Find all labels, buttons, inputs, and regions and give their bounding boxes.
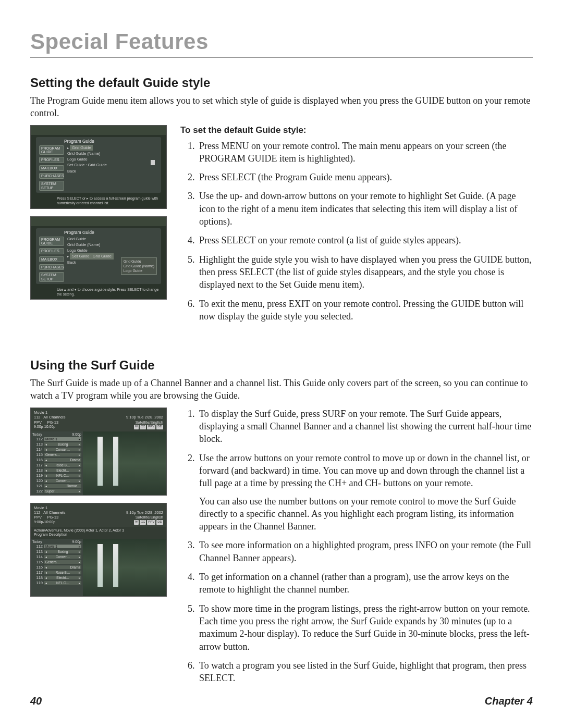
pointer-icon: ▸ xyxy=(67,254,69,259)
tv-video-area xyxy=(83,539,166,596)
arrow-right-icon: ▸ xyxy=(79,468,80,472)
arrow-right-icon: ▸ xyxy=(79,448,80,451)
arrow-right-icon: ▸ xyxy=(79,474,80,477)
arrow-right-icon: ▸ xyxy=(79,463,80,467)
time-range: 9:00p-10:00p xyxy=(34,425,55,429)
section-intro: The Surf Guide is made up of a Channel B… xyxy=(30,377,533,402)
row-ch: 118 xyxy=(32,468,43,473)
badge-row: ✉CCPPVDD xyxy=(134,520,163,525)
tab: PROGRAM GUIDE xyxy=(39,237,64,246)
row-ch: 119 xyxy=(32,581,43,585)
row-prog: ◂Concer…▸ xyxy=(44,448,81,451)
row-prog: Movie 1▸ xyxy=(44,437,81,441)
row-prog: ◂NFL C…▸ xyxy=(44,581,81,585)
row-ch: 119 xyxy=(32,473,43,478)
desc-line: Action/Adventure, Movie (2000) Actor 1, … xyxy=(34,528,163,533)
step: To display the Surf Guide, press SURF on… xyxy=(197,408,533,446)
arrow-right-icon: ▸ xyxy=(79,489,80,493)
arrow-left-icon: ◂ xyxy=(45,581,47,585)
ppv-icon: PPV xyxy=(147,425,155,429)
hint-text: Press SELECT or ▸ to access a full-scree… xyxy=(31,195,166,208)
arrow-right-icon: ▸ xyxy=(79,550,80,553)
rating: PG-13 xyxy=(47,420,58,425)
divider xyxy=(30,57,533,58)
page-footer: 40 Chapter 4 xyxy=(30,695,533,707)
col-today: Today xyxy=(32,540,42,544)
menu-item: Logo Guide xyxy=(67,248,158,253)
channel-banner: Movie 1 112 All Channels 9:10p Tue 2/28,… xyxy=(31,408,166,431)
tab: MAILBOX xyxy=(39,165,64,171)
arrow-left-icon: ◂ xyxy=(45,474,47,477)
dd-icon: DD xyxy=(156,425,163,429)
lang: Satellite/English xyxy=(136,420,163,425)
menu-item: Grid Guide (Name) xyxy=(67,151,158,156)
step: To exit the menu, press EXIT on your rem… xyxy=(197,298,533,323)
screenshot-surf-guide-1: Movie 1 112 All Channels 9:10p Tue 2/28,… xyxy=(30,408,167,496)
tab: PURCHASES xyxy=(39,264,64,270)
section-surf-guide: Using the Surf Guide The Surf Guide is m… xyxy=(30,358,533,690)
row-ch: 115 xyxy=(32,560,43,564)
desc-line: Program Description xyxy=(34,533,163,537)
row-prog: ◂Rumor… xyxy=(44,484,81,488)
row-prog: ◂Concer…▸ xyxy=(44,555,81,559)
panel-title: Program Guide xyxy=(39,139,158,144)
banner-title: Movie 1 xyxy=(34,505,163,510)
screenshot-program-guide-2: Program Guide PROGRAM GUIDE PROFILES MAI… xyxy=(30,216,167,300)
col-time: 9:00p xyxy=(72,540,81,544)
row-prog: Genera…▸ xyxy=(44,453,81,456)
row-prog: ◂Drama xyxy=(44,565,81,569)
row-prog: Movie 1▸ xyxy=(44,545,81,548)
step: To get information on a channel (rather … xyxy=(197,571,533,596)
row-prog: Genera…▸ xyxy=(44,560,81,564)
section-heading: Using the Surf Guide xyxy=(30,358,533,373)
arrow-left-icon: ◂ xyxy=(45,550,47,553)
section-heading: Setting the default Guide style xyxy=(30,76,533,90)
cc-icon: CC xyxy=(140,425,146,429)
step-extra: You can also use the number buttons on y… xyxy=(199,495,533,533)
menu-item: Back xyxy=(67,168,158,174)
step: Use the arrow buttons on your remote con… xyxy=(197,452,533,533)
col-today: Today xyxy=(32,433,42,436)
step: To watch a program you see listed in the… xyxy=(197,659,533,685)
row-ch: 114 xyxy=(32,447,43,452)
time-range: 9:00p-10:00p xyxy=(34,520,55,525)
cc-icon: CC xyxy=(140,520,146,525)
row-ch: 117 xyxy=(32,570,43,575)
arrow-left-icon: ◂ xyxy=(45,555,47,559)
row-ch: 112 xyxy=(32,437,43,441)
page-number: 40 xyxy=(30,695,42,707)
chapter-title: Special Features xyxy=(30,29,533,54)
arrow-right-icon: ▸ xyxy=(79,555,80,559)
row-ch: 122 xyxy=(32,489,43,493)
tab: PROFILES xyxy=(39,248,64,254)
popup-item: Grid Guide (Name) xyxy=(124,264,154,268)
arrow-right-icon: ▸ xyxy=(79,442,80,446)
row-prog: ◂Rose B…▸ xyxy=(44,571,81,574)
step: Press SELECT on your remote control (a l… xyxy=(197,234,533,246)
mail-icon: ✉ xyxy=(134,520,139,525)
section-intro: The Program Guide menu item allows you t… xyxy=(30,94,533,120)
tab: MAILBOX xyxy=(39,256,64,262)
arrow-left-icon: ◂ xyxy=(45,576,47,579)
pointer-icon: ▸ xyxy=(67,146,69,151)
row-ch: 112 xyxy=(32,544,43,549)
sub-heading: To set the default Guide style: xyxy=(180,125,533,135)
col-time: 9:00p xyxy=(72,433,81,436)
row-ch: 114 xyxy=(32,554,43,559)
hint-text: Use ▴ and ▾ to choose a guide style. Pre… xyxy=(31,286,166,300)
arrow-right-icon: ▸ xyxy=(79,576,80,579)
step: Use the up- and down-arrow buttons on yo… xyxy=(197,190,533,228)
row-prog: Super…▸ xyxy=(44,489,81,493)
menu-item: Set Guide : Grid Guide xyxy=(70,253,114,259)
channel-num: 112 xyxy=(34,415,41,419)
row-prog: ◂Concer…▸ xyxy=(44,479,81,483)
instructions-col: To display the Surf Guide, press SURF on… xyxy=(180,408,533,691)
dd-icon: DD xyxy=(156,520,163,525)
rating: PG-13 xyxy=(47,515,58,520)
popup-options: Grid Guide Grid Guide (Name) Logo Guide xyxy=(121,257,157,275)
row-ch: 116 xyxy=(32,458,43,462)
row-prog: ◂Boxing▸ xyxy=(44,550,81,553)
row-ch: 116 xyxy=(32,565,43,570)
category: PPV xyxy=(34,515,42,520)
arrow-left-icon: ◂ xyxy=(45,458,47,462)
